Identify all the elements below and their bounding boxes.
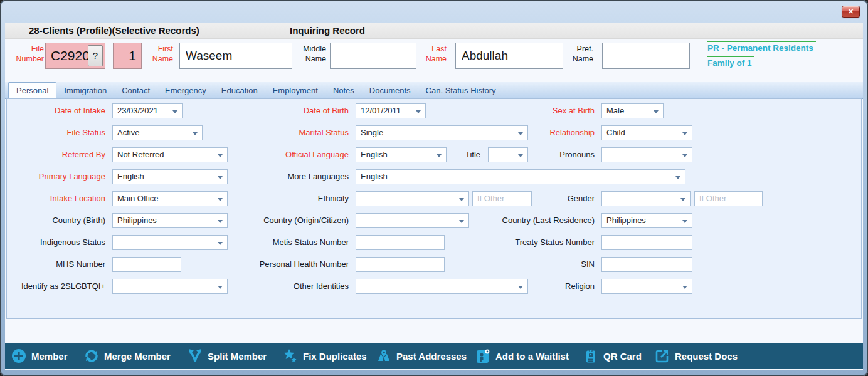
date-of-birth-label: Date of Birth <box>195 103 349 118</box>
date-of-birth-combo[interactable]: 12/01/2011 <box>356 103 426 118</box>
map-pin-icon <box>376 348 391 363</box>
more-languages-label: More Languages <box>195 169 349 184</box>
religion-label: Religion <box>440 279 595 294</box>
country-origin-label: Country (Origin/Citizen) <box>195 213 349 228</box>
first-name-label: First Name <box>143 44 173 64</box>
tab-personal[interactable]: Personal <box>8 82 56 99</box>
file-status-combo[interactable]: Active <box>112 125 203 140</box>
status-family-count: Family of 1 <box>707 56 754 68</box>
external-arrow-icon <box>655 348 670 363</box>
merge-member-button[interactable]: Merge Member <box>84 343 171 369</box>
pref-name-label: Pref. Name <box>562 44 593 64</box>
gender-other-input[interactable]: If Other <box>694 191 763 206</box>
status-permanent-residents: PR - Permanent Residents <box>707 41 816 53</box>
client-area: 28-Clients (Profile)(Selective Records) … <box>5 23 863 370</box>
metis-status-number-input[interactable] <box>356 235 445 250</box>
close-button[interactable]: ✕ <box>842 6 860 18</box>
fix-duplicates-button[interactable]: Fix Duplicates <box>283 343 367 369</box>
title-bar[interactable]: ✕ <box>0 0 868 23</box>
split-member-button[interactable]: Split Member <box>188 343 267 369</box>
sex-at-birth-label: Sex at Birth <box>440 103 595 118</box>
past-addresses-button[interactable]: Past Addresses <box>376 343 467 369</box>
app-window: ✕ 28-Clients (Profile)(Selective Records… <box>0 0 868 376</box>
last-name-input[interactable] <box>455 43 563 69</box>
sin-label: SIN <box>440 257 595 272</box>
file-number-value: C2920 <box>51 48 90 63</box>
indigenous-status-label: Indigenous Status <box>7 235 105 250</box>
file-status-label: File Status <box>7 125 105 140</box>
treaty-status-number-input[interactable] <box>601 235 692 250</box>
merge-arrows-icon <box>84 348 99 363</box>
member-button[interactable]: Member <box>11 343 68 369</box>
religion-combo[interactable] <box>601 279 692 294</box>
referred-by-label: Referred By <box>7 147 105 162</box>
country-last-residence-label: Country (Last Residence) <box>440 213 595 228</box>
gender-combo[interactable] <box>601 191 691 206</box>
intake-location-label: Intake Location <box>7 191 105 206</box>
file-number-label: File Number <box>5 44 44 64</box>
request-docs-button[interactable]: Request Docs <box>655 343 738 369</box>
country-birth-label: Country (Birth) <box>7 213 105 228</box>
file-number-field[interactable]: C2920 ? <box>45 43 105 69</box>
tab-employment[interactable]: Employment <box>265 83 326 98</box>
relationship-combo[interactable]: Child <box>601 125 692 140</box>
plus-circle-icon <box>11 348 26 363</box>
personal-tab-panel: Date of Intake 23/03/2021 Date of Birth … <box>6 98 862 319</box>
client-status-block: PR - Permanent Residents Family of 1 <box>707 41 816 71</box>
split-arrows-icon <box>188 348 203 363</box>
tab-education[interactable]: Education <box>214 83 265 98</box>
record-count-field[interactable]: 1 <box>113 43 142 69</box>
more-languages-combo[interactable]: English <box>356 169 685 184</box>
last-name-label: Last Name <box>416 44 447 64</box>
mhs-number-label: MHS Number <box>7 257 105 272</box>
sin-input[interactable] <box>601 257 692 272</box>
identity-row: File Number C2920 ? 1 First Name Middle … <box>5 39 863 82</box>
qr-card-button[interactable]: QR Card <box>583 343 642 369</box>
pronouns-combo[interactable] <box>601 147 692 162</box>
gender-label: Gender <box>440 191 595 206</box>
ethnicity-label: Ethnicity <box>195 191 349 206</box>
bottom-toolbar: Member Merge Member Split Memb <box>5 343 863 369</box>
identify-2slgbtqi-label: Identify as 2SLGBTQI+ <box>7 279 105 294</box>
metis-status-number-label: Metis Status Number <box>195 235 349 250</box>
add-to-waitlist-button[interactable]: Add to a Waitlist <box>475 343 569 369</box>
form-header: 28-Clients (Profile)(Selective Records) … <box>5 23 863 39</box>
duplicate-stars-icon <box>283 348 298 363</box>
first-name-input[interactable] <box>179 43 292 69</box>
official-language-label: Official Language <box>195 147 349 162</box>
relationship-label: Relationship <box>440 125 595 140</box>
sex-at-birth-combo[interactable]: Male <box>601 103 664 118</box>
pref-name-input[interactable] <box>602 43 690 69</box>
primary-language-label: Primary Language <box>7 169 105 184</box>
tab-emergency[interactable]: Emergency <box>157 83 214 98</box>
tab-immigration[interactable]: Immigration <box>56 83 114 98</box>
tab-contact[interactable]: Contact <box>114 83 157 98</box>
personal-health-number-input[interactable] <box>356 257 445 272</box>
tab-documents[interactable]: Documents <box>362 83 418 98</box>
waitlist-person-icon <box>475 348 490 363</box>
date-of-intake-combo[interactable]: 23/03/2021 <box>112 103 183 118</box>
file-number-help-button[interactable]: ? <box>88 45 103 66</box>
date-of-intake-label: Date of Intake <box>7 103 105 118</box>
page-title: 28-Clients (Profile)(Selective Records) <box>29 25 199 36</box>
middle-name-label: Middle Name <box>295 44 326 64</box>
treaty-status-number-label: Treaty Status Number <box>440 235 595 250</box>
marital-status-label: Marital Status <box>195 125 349 140</box>
pronouns-label: Pronouns <box>440 147 595 162</box>
tab-can-status-history[interactable]: Can. Status History <box>418 83 504 98</box>
personal-health-number-label: Personal Health Number <box>195 257 349 272</box>
mhs-number-input[interactable] <box>112 257 181 272</box>
middle-name-input[interactable] <box>330 43 416 69</box>
country-last-residence-combo[interactable]: Philippines <box>601 213 692 228</box>
record-mode-title: Inquiring Record <box>290 25 365 36</box>
id-badge-icon <box>583 348 598 363</box>
tab-strip: Personal Immigration Contact Emergency E… <box>5 82 863 99</box>
tab-notes[interactable]: Notes <box>326 83 362 98</box>
other-identities-label: Other Identities <box>195 279 349 294</box>
